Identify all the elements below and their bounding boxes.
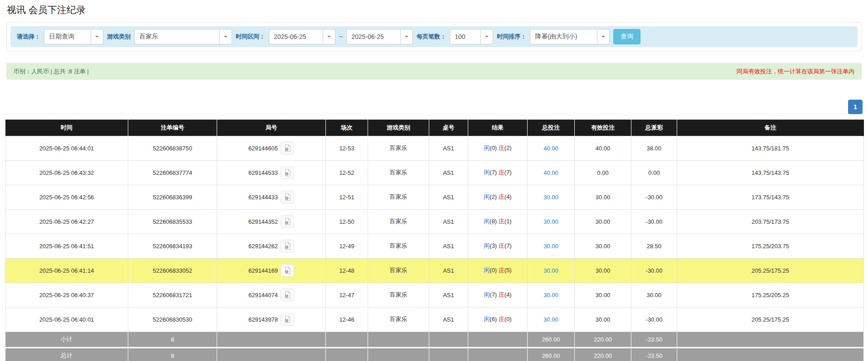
bet-id-cell: 522606830530 [128,307,217,332]
result-cell: 闲(8) 庄(1) [468,209,528,234]
video-replay-button[interactable] [281,289,294,301]
session-cell: 12-50 [326,209,368,234]
session-cell: 12-53 [326,136,368,160]
banker-result-label: 庄 [499,218,504,225]
video-file-icon [283,315,291,323]
date-from-select[interactable]: 2025-06-25 [269,29,335,44]
chevron-down-icon [323,29,335,44]
banker-result-label: 庄 [499,242,504,249]
date-to-select[interactable]: 2025-06-25 [346,29,413,44]
video-file-icon [283,168,291,177]
game-type-cell: 百家乐 [368,234,429,258]
page-size-label: 每页笔数： [417,33,446,41]
subtotal-label: 小计 [5,332,128,347]
player-result-label: 闲 [484,218,490,225]
note-cell: 205.25/175.25 [677,307,864,332]
video-replay-button[interactable] [281,191,294,203]
total-bet-link[interactable]: 30.00 [543,218,558,225]
filter-panel: 请选择： 日期查询 游戏类别 百家乐 时间区间： 2025-06-25 ~ 20… [6,22,862,51]
query-button[interactable]: 查询 [613,29,640,44]
table-row: 2025-06-25 06:42:56 522606836399 6291444… [5,185,864,209]
video-file-icon [283,242,291,250]
banker-result-score: (7) [504,242,512,249]
video-replay-button[interactable] [281,215,294,228]
query-type-value: 日期查询 [44,33,91,41]
round-cell: 629144533 [217,160,326,185]
note-cell: 205.25/175.25 [677,258,864,283]
page-title: 视讯 会员下注纪录 [7,4,863,16]
total-bet-link[interactable]: 30.00 [543,267,558,274]
banker-result-score: (7) [504,169,512,176]
game-type-cell: 百家乐 [368,283,429,307]
result-cell: 闲(0) 庄(2) [468,136,528,160]
video-replay-button[interactable] [281,240,294,252]
bet-id-cell: 522606834193 [128,234,217,258]
round-cell: 629143978 [217,307,326,332]
col-total-bet: 总投注 [528,120,575,136]
table-row: 2025-06-25 06:43:32 522606837774 6291445… [5,160,864,185]
total-bet-link[interactable]: 30.00 [543,292,558,298]
round-id: 629144433 [248,194,278,201]
query-type-select[interactable]: 日期查询 [44,29,103,44]
note-cell: 173.75/143.75 [677,185,864,209]
page-size-select[interactable]: 100 [450,29,493,44]
note-cell: 175.25/203.75 [677,234,864,258]
summary-currency-count: 币别：人民币 | 总共 :8 注单 | [14,67,89,76]
round-id: 629144533 [248,169,278,176]
filter-bar: 请选择： 日期查询 游戏类别 百家乐 时间区间： 2025-06-25 ~ 20… [10,26,858,47]
col-note: 备注 [677,120,864,136]
valid-bet-cell: 40.00 [575,136,631,160]
banker-result-label: 庄 [499,144,504,151]
payout-cell: 30.00 [631,283,677,307]
time-cell: 2025-06-25 06:42:27 [5,209,128,234]
round-id: 629144169 [248,267,278,274]
game-type-cell: 百家乐 [368,258,429,283]
table-no-cell: AS1 [429,209,468,234]
total-bet-link[interactable]: 40.00 [543,145,558,152]
sort-order-select[interactable]: 降幂(由大到小) [530,29,610,44]
page-1-button[interactable]: 1 [848,100,863,114]
video-replay-button[interactable] [281,264,294,277]
video-replay-button[interactable] [281,166,294,179]
round-cell: 629144433 [217,185,326,209]
video-replay-button[interactable] [281,142,294,154]
payout-cell: -30.00 [631,307,677,332]
game-type-select[interactable]: 百家乐 [134,29,232,44]
summary-bar: 币别：人民币 | 总共 :8 注单 | 同局有效投注，统一计算在该局第一张注单内 [6,63,862,80]
col-payout: 总派彩 [631,120,677,136]
total-bet-cell: 30.00 [528,185,575,209]
subtotal-payout: -23.50 [631,332,677,347]
total-bet-link[interactable]: 30.00 [543,316,558,323]
player-result-score: (0) [490,144,497,151]
subtotal-count: 8 [128,332,217,347]
round-id: 629143978 [248,316,278,323]
player-result-label: 闲 [484,193,490,200]
total-bet-cell: 30.00 [528,307,575,332]
round-id: 629144074 [248,292,278,298]
time-cell: 2025-06-25 06:43:32 [5,160,128,185]
round-id: 629144605 [248,145,278,152]
player-result-score: (6) [490,316,497,322]
total-bet-link[interactable]: 40.00 [543,169,558,176]
total-valid-bet: 220.00 [575,347,631,361]
game-type-value: 百家乐 [135,33,219,41]
table-no-cell: AS1 [429,307,468,332]
game-type-cell: 百家乐 [368,136,429,160]
total-bet-cell: 30.00 [528,258,575,283]
pagination: 1 [5,100,863,114]
payout-cell: -30.00 [631,185,677,209]
total-bet-link[interactable]: 30.00 [543,243,558,250]
round-cell: 629144074 [217,283,326,307]
total-bet-link[interactable]: 30.00 [543,194,558,201]
banker-result-score: (4) [504,291,512,298]
payout-cell: 28.50 [631,234,677,258]
round-cell: 629144169 [217,258,326,283]
video-replay-button[interactable] [281,313,294,326]
col-round-id: 局号 [217,120,326,136]
subtotal-row: 小计 8 260.00 220.00 -23.50 [5,332,864,347]
payout-cell: 0.00 [631,160,677,185]
col-result: 结果 [468,120,528,136]
payout-cell: -30.00 [631,258,677,283]
player-result-score: (7) [490,291,497,298]
col-time: 时间 [5,120,128,136]
